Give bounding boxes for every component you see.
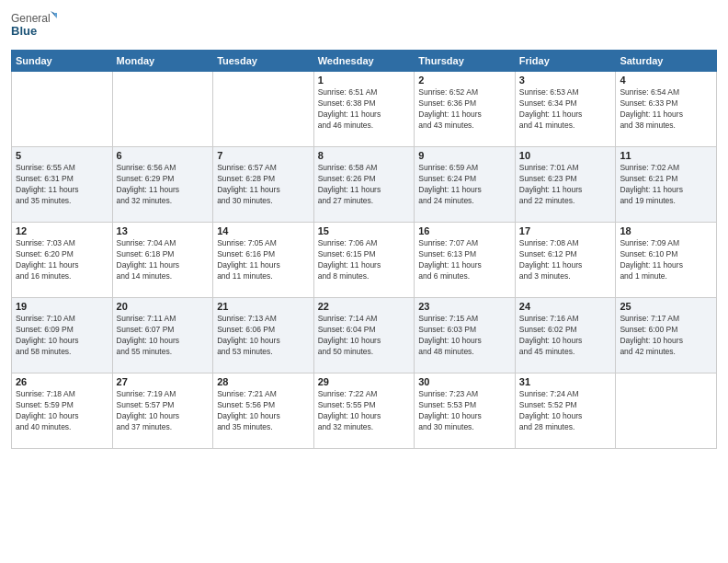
calendar-week-row: 1Sunrise: 6:51 AM Sunset: 6:38 PM Daylig… xyxy=(12,72,717,147)
main-container: General Blue SundayMondayTuesdayWednesda… xyxy=(0,0,728,563)
day-number: 10 xyxy=(519,150,612,161)
calendar-cell: 26Sunrise: 7:18 AM Sunset: 5:59 PM Dayli… xyxy=(12,373,113,449)
calendar-cell: 11Sunrise: 7:02 AM Sunset: 6:21 PM Dayli… xyxy=(616,147,717,223)
calendar-header-sunday: Sunday xyxy=(12,51,113,72)
day-number: 8 xyxy=(318,150,411,161)
day-number: 18 xyxy=(620,225,712,236)
day-info: Sunrise: 6:55 AM Sunset: 6:31 PM Dayligh… xyxy=(16,163,108,207)
day-info: Sunrise: 7:19 AM Sunset: 5:57 PM Dayligh… xyxy=(117,389,210,433)
day-info: Sunrise: 7:23 AM Sunset: 5:53 PM Dayligh… xyxy=(418,389,511,433)
day-info: Sunrise: 7:06 AM Sunset: 6:15 PM Dayligh… xyxy=(318,238,411,282)
calendar-cell: 7Sunrise: 6:57 AM Sunset: 6:28 PM Daylig… xyxy=(213,147,314,223)
day-number: 27 xyxy=(117,376,210,387)
calendar-cell: 4Sunrise: 6:54 AM Sunset: 6:33 PM Daylig… xyxy=(616,72,717,147)
day-number: 2 xyxy=(418,75,511,86)
day-info: Sunrise: 7:09 AM Sunset: 6:10 PM Dayligh… xyxy=(620,238,712,282)
day-info: Sunrise: 7:02 AM Sunset: 6:21 PM Dayligh… xyxy=(620,163,712,207)
calendar-cell: 14Sunrise: 7:05 AM Sunset: 6:16 PM Dayli… xyxy=(213,223,314,298)
day-number: 1 xyxy=(318,75,411,86)
calendar-header-wednesday: Wednesday xyxy=(313,51,415,72)
calendar-cell: 18Sunrise: 7:09 AM Sunset: 6:10 PM Dayli… xyxy=(616,223,717,298)
day-info: Sunrise: 7:21 AM Sunset: 5:56 PM Dayligh… xyxy=(217,389,310,433)
day-info: Sunrise: 6:59 AM Sunset: 6:24 PM Dayligh… xyxy=(418,163,511,207)
calendar-cell: 21Sunrise: 7:13 AM Sunset: 6:06 PM Dayli… xyxy=(213,298,314,373)
day-info: Sunrise: 7:16 AM Sunset: 6:02 PM Dayligh… xyxy=(519,314,612,358)
calendar-cell: 20Sunrise: 7:11 AM Sunset: 6:07 PM Dayli… xyxy=(112,298,213,373)
day-number: 30 xyxy=(418,376,511,387)
logo-svg: General Blue xyxy=(11,9,57,42)
day-info: Sunrise: 7:03 AM Sunset: 6:20 PM Dayligh… xyxy=(16,238,108,282)
calendar-cell: 24Sunrise: 7:16 AM Sunset: 6:02 PM Dayli… xyxy=(515,298,616,373)
calendar-week-row: 12Sunrise: 7:03 AM Sunset: 6:20 PM Dayli… xyxy=(12,223,717,298)
day-number: 3 xyxy=(519,75,612,86)
calendar-week-row: 19Sunrise: 7:10 AM Sunset: 6:09 PM Dayli… xyxy=(12,298,717,373)
day-info: Sunrise: 6:51 AM Sunset: 6:38 PM Dayligh… xyxy=(318,87,411,132)
calendar-cell: 5Sunrise: 6:55 AM Sunset: 6:31 PM Daylig… xyxy=(12,147,113,223)
calendar-cell xyxy=(616,373,717,449)
calendar-header-friday: Friday xyxy=(515,51,616,72)
calendar-header-saturday: Saturday xyxy=(616,51,717,72)
calendar-cell: 15Sunrise: 7:06 AM Sunset: 6:15 PM Dayli… xyxy=(313,223,415,298)
day-number: 31 xyxy=(519,376,612,387)
day-number: 17 xyxy=(519,225,612,236)
logo: General Blue xyxy=(11,9,57,42)
day-info: Sunrise: 7:18 AM Sunset: 5:59 PM Dayligh… xyxy=(16,389,108,433)
day-number: 11 xyxy=(620,150,712,161)
day-number: 15 xyxy=(318,225,411,236)
calendar-table: SundayMondayTuesdayWednesdayThursdayFrid… xyxy=(11,50,717,449)
calendar-cell: 22Sunrise: 7:14 AM Sunset: 6:04 PM Dayli… xyxy=(313,298,415,373)
day-number: 23 xyxy=(418,301,511,312)
day-number: 21 xyxy=(217,301,310,312)
day-number: 22 xyxy=(318,301,411,312)
day-info: Sunrise: 7:22 AM Sunset: 5:55 PM Dayligh… xyxy=(318,389,411,433)
day-info: Sunrise: 6:53 AM Sunset: 6:34 PM Dayligh… xyxy=(519,87,612,132)
day-info: Sunrise: 7:08 AM Sunset: 6:12 PM Dayligh… xyxy=(519,238,612,282)
day-info: Sunrise: 6:58 AM Sunset: 6:26 PM Dayligh… xyxy=(318,163,411,207)
calendar-cell: 31Sunrise: 7:24 AM Sunset: 5:52 PM Dayli… xyxy=(515,373,616,449)
day-number: 5 xyxy=(16,150,108,161)
calendar-cell: 13Sunrise: 7:04 AM Sunset: 6:18 PM Dayli… xyxy=(112,223,213,298)
calendar-cell: 30Sunrise: 7:23 AM Sunset: 5:53 PM Dayli… xyxy=(415,373,516,449)
day-info: Sunrise: 6:57 AM Sunset: 6:28 PM Dayligh… xyxy=(217,163,310,207)
calendar-cell: 9Sunrise: 6:59 AM Sunset: 6:24 PM Daylig… xyxy=(415,147,516,223)
day-number: 4 xyxy=(620,75,712,86)
day-number: 26 xyxy=(16,376,108,387)
calendar-cell: 3Sunrise: 6:53 AM Sunset: 6:34 PM Daylig… xyxy=(515,72,616,147)
day-info: Sunrise: 7:24 AM Sunset: 5:52 PM Dayligh… xyxy=(519,389,612,433)
day-info: Sunrise: 7:17 AM Sunset: 6:00 PM Dayligh… xyxy=(620,314,712,358)
calendar-header-row: SundayMondayTuesdayWednesdayThursdayFrid… xyxy=(12,51,717,72)
day-info: Sunrise: 7:01 AM Sunset: 6:23 PM Dayligh… xyxy=(519,163,612,207)
calendar-cell: 12Sunrise: 7:03 AM Sunset: 6:20 PM Dayli… xyxy=(12,223,113,298)
calendar-cell: 2Sunrise: 6:52 AM Sunset: 6:36 PM Daylig… xyxy=(415,72,516,147)
day-info: Sunrise: 7:10 AM Sunset: 6:09 PM Dayligh… xyxy=(16,314,108,358)
calendar-cell: 25Sunrise: 7:17 AM Sunset: 6:00 PM Dayli… xyxy=(616,298,717,373)
header: General Blue xyxy=(11,9,717,42)
calendar-week-row: 5Sunrise: 6:55 AM Sunset: 6:31 PM Daylig… xyxy=(12,147,717,223)
day-number: 13 xyxy=(117,225,210,236)
day-info: Sunrise: 6:52 AM Sunset: 6:36 PM Dayligh… xyxy=(418,87,511,132)
day-number: 16 xyxy=(418,225,511,236)
calendar-cell xyxy=(12,72,113,147)
calendar-cell: 29Sunrise: 7:22 AM Sunset: 5:55 PM Dayli… xyxy=(313,373,415,449)
day-info: Sunrise: 7:14 AM Sunset: 6:04 PM Dayligh… xyxy=(318,314,411,358)
day-number: 24 xyxy=(519,301,612,312)
day-info: Sunrise: 6:56 AM Sunset: 6:29 PM Dayligh… xyxy=(117,163,210,207)
calendar-cell: 1Sunrise: 6:51 AM Sunset: 6:38 PM Daylig… xyxy=(313,72,415,147)
day-number: 9 xyxy=(418,150,511,161)
calendar-cell: 8Sunrise: 6:58 AM Sunset: 6:26 PM Daylig… xyxy=(313,147,415,223)
day-info: Sunrise: 6:54 AM Sunset: 6:33 PM Dayligh… xyxy=(620,87,712,132)
calendar-header-thursday: Thursday xyxy=(415,51,516,72)
day-number: 19 xyxy=(16,301,108,312)
day-number: 28 xyxy=(217,376,310,387)
calendar-header-monday: Monday xyxy=(112,51,213,72)
day-info: Sunrise: 7:15 AM Sunset: 6:03 PM Dayligh… xyxy=(418,314,511,358)
day-number: 25 xyxy=(620,301,712,312)
svg-text:General: General xyxy=(11,12,51,25)
day-number: 20 xyxy=(117,301,210,312)
day-info: Sunrise: 7:13 AM Sunset: 6:06 PM Dayligh… xyxy=(217,314,310,358)
calendar-header-tuesday: Tuesday xyxy=(213,51,314,72)
day-info: Sunrise: 7:07 AM Sunset: 6:13 PM Dayligh… xyxy=(418,238,511,282)
calendar-cell: 10Sunrise: 7:01 AM Sunset: 6:23 PM Dayli… xyxy=(515,147,616,223)
calendar-cell: 23Sunrise: 7:15 AM Sunset: 6:03 PM Dayli… xyxy=(415,298,516,373)
day-number: 29 xyxy=(318,376,411,387)
